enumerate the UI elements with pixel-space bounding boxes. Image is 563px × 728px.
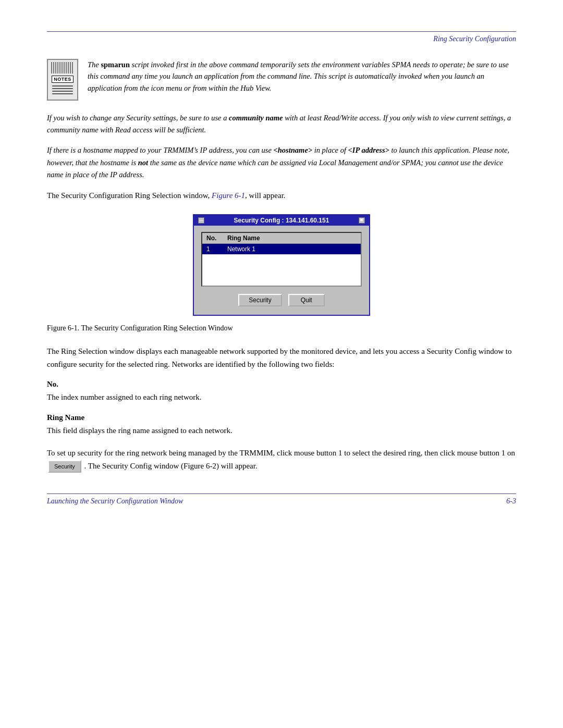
window-body: No. Ring Name 1 Network 1 Security Quit bbox=[194, 226, 369, 315]
table-header: No. Ring Name bbox=[202, 233, 361, 244]
label-no-text: The index number assigned to each ring n… bbox=[47, 391, 516, 404]
footer-right: 6-3 bbox=[506, 497, 516, 505]
notes-section: NOTES The spmarun script invoked first i… bbox=[47, 59, 516, 101]
section-p2-suffix: . The Security Config window ( bbox=[84, 462, 184, 470]
label-no: No. bbox=[47, 380, 516, 389]
row-1-no: 1 bbox=[206, 245, 227, 253]
window-titlebar: — Security Config : 134.141.60.151 ✖ bbox=[194, 215, 369, 226]
notes-lines-graphic bbox=[50, 85, 75, 94]
notes-line-2 bbox=[52, 88, 73, 89]
paragraph-1: If you wish to change any Security setti… bbox=[47, 112, 516, 136]
security-button[interactable]: Security bbox=[238, 294, 282, 306]
ip-address-bold: <IP address> bbox=[348, 146, 389, 154]
hostname-bold: <hostname> bbox=[274, 146, 313, 154]
figure-caption-text: The Security Configuration Ring Selectio… bbox=[79, 324, 232, 332]
footer: Launching the Security Configuration Win… bbox=[47, 497, 516, 505]
col-no-header: No. bbox=[206, 235, 227, 242]
paragraph-2: If there is a hostname mapped to your TR… bbox=[47, 144, 516, 181]
notes-wavy-graphic bbox=[51, 62, 74, 73]
notes-text: The spmarun script invoked first in the … bbox=[88, 59, 516, 94]
inline-security-button[interactable]: Security bbox=[48, 460, 81, 473]
window-close-btn[interactable]: ✖ bbox=[359, 217, 365, 224]
window-action-buttons: Security Quit bbox=[201, 294, 362, 306]
notes-icon-box: NOTES bbox=[47, 59, 78, 101]
p3-suffix: , will appear. bbox=[245, 191, 285, 200]
window-controls: — bbox=[198, 217, 204, 224]
section-p2-prefix: To set up security for the ring network … bbox=[47, 449, 515, 457]
header-rule bbox=[47, 31, 516, 32]
section-text-1: The Ring Selection window displays each … bbox=[47, 345, 516, 371]
footer-left: Launching the Security Configuration Win… bbox=[47, 497, 183, 505]
window-minimize-btn[interactable]: — bbox=[198, 217, 204, 224]
security-config-window: — Security Config : 134.141.60.151 ✖ No.… bbox=[193, 214, 370, 316]
figure-1-container: — Security Config : 134.141.60.151 ✖ No.… bbox=[47, 214, 516, 316]
notes-line-4 bbox=[52, 93, 73, 94]
figure-6-2-link[interactable]: Figure 6-2 bbox=[183, 462, 216, 470]
row-1-name: Network 1 bbox=[227, 245, 357, 253]
notes-label: NOTES bbox=[52, 76, 74, 83]
table-row-1[interactable]: 1 Network 1 bbox=[202, 244, 361, 254]
window-title: Security Config : 134.141.60.151 bbox=[234, 217, 329, 224]
quit-button[interactable]: Quit bbox=[288, 294, 325, 306]
label-ring-name-text: This field displays the ring name assign… bbox=[47, 424, 516, 437]
spmarun-bold: spmarun bbox=[101, 60, 130, 69]
figure-6-1-link[interactable]: Figure 6-1 bbox=[212, 191, 245, 200]
col-ring-header: Ring Name bbox=[227, 235, 357, 242]
paragraph-3-intro: The Security Configuration Ring Selectio… bbox=[47, 189, 516, 202]
table-body: 1 Network 1 bbox=[202, 244, 361, 286]
footer-rule bbox=[47, 493, 516, 494]
ring-table: No. Ring Name 1 Network 1 bbox=[201, 232, 362, 287]
p3-prefix: The Security Configuration Ring Selectio… bbox=[47, 191, 212, 200]
figure-caption: Figure 6-1. The Security Configuration R… bbox=[47, 324, 516, 332]
section-text-2: To set up security for the ring network … bbox=[47, 447, 516, 473]
notes-line-1 bbox=[52, 85, 73, 87]
notes-line-3 bbox=[52, 91, 73, 92]
figure-caption-prefix: Figure 6-1. bbox=[47, 324, 79, 332]
not-bold: not bbox=[138, 158, 148, 167]
community-name-bold: community name bbox=[229, 114, 283, 122]
label-ring-name: Ring Name bbox=[47, 413, 516, 422]
section-p2-end: ) will appear. bbox=[216, 462, 258, 470]
header-title: Ring Security Configuration bbox=[47, 35, 516, 43]
